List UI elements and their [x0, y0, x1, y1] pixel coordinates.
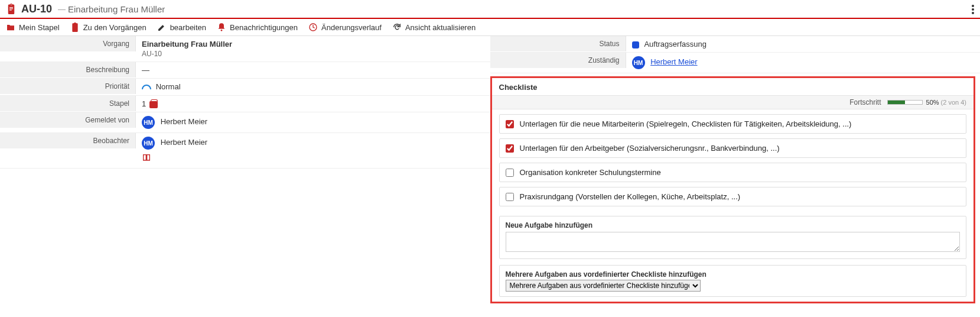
checklist-item[interactable]: Organisation konkreter Schulungstermine: [499, 163, 967, 182]
pencil-icon: [157, 22, 167, 32]
bell-icon: [217, 22, 226, 32]
value-stapel: 1: [136, 96, 490, 112]
toolbar-label: Mein Stapel: [19, 23, 60, 32]
checklist-checkbox[interactable]: [506, 144, 514, 153]
label-vorgang: Vorgang: [0, 36, 136, 51]
value-status: Auftragserfassung: [626, 36, 981, 52]
checklist-checkbox[interactable]: [506, 120, 514, 128]
page-subtitle: Einarbeitung Frau Müller: [68, 4, 165, 14]
label-status: Status: [490, 36, 626, 51]
checklist-panel: Checkliste Fortschritt 50% (2 von 4) Unt…: [490, 76, 976, 303]
value-beschreibung: —: [136, 62, 490, 78]
person-link[interactable]: Herbert Meier: [650, 57, 697, 66]
svg-rect-1: [9, 8, 13, 9]
new-task-section: Neue Aufgabe hinzufügen: [499, 216, 967, 259]
new-task-title: Neue Aufgabe hinzufügen: [506, 219, 961, 232]
value-zustaendig: HM Herbert Meier: [626, 53, 981, 73]
progress-count: (2 von 4): [941, 99, 966, 106]
refresh-icon: [392, 22, 402, 32]
history-icon: [308, 22, 318, 32]
svg-rect-0: [9, 7, 13, 8]
checklist-item-label: Unterlagen für die neue Mitarbeiterin (S…: [520, 119, 852, 128]
label-stapel: Stapel: [0, 96, 136, 111]
multi-add-title: Mehrere Aufgaben aus vordefinierter Chec…: [506, 268, 961, 280]
avatar: HM: [142, 137, 155, 150]
checklist-progress-row: Fortschritt 50% (2 von 4): [492, 95, 974, 109]
toolbar-label: Benachrichtigungen: [230, 23, 298, 32]
svg-rect-2: [9, 10, 12, 11]
toolbar-ansicht-aktualisieren[interactable]: Ansicht aktualisieren: [392, 22, 476, 32]
new-task-input[interactable]: [506, 232, 961, 252]
label-zustaendig: Zuständig: [490, 53, 626, 68]
toolbar-bearbeiten[interactable]: bearbeiten: [157, 22, 206, 32]
person-name: Herbert Meier: [161, 118, 207, 127]
checklist-checkbox[interactable]: [506, 193, 514, 201]
avatar: HM: [632, 56, 645, 69]
multi-add-select[interactable]: Mehrere Aufgaben aus vordefinierter Chec…: [506, 280, 701, 292]
right-column: Status Auftragserfassung Zuständig HM He…: [490, 36, 981, 309]
progress-label: Fortschritt: [849, 98, 881, 106]
toolbar-label: Änderungsverlauf: [321, 23, 382, 32]
checklist-item-label: Organisation konkreter Schulungstermine: [520, 168, 661, 177]
label-beobachter: Beobachter: [0, 133, 136, 148]
toolbar: Mein Stapel Zu den Vorgängen bearbeiten …: [0, 19, 980, 36]
checklist-item-label: Praxisrundgang (Vorstellen der Kollegen,…: [520, 192, 741, 201]
folder-icon: [6, 22, 15, 32]
kebab-menu-icon[interactable]: [972, 4, 974, 15]
multi-add-section: Mehrere Aufgaben aus vordefinierter Chec…: [499, 265, 967, 297]
toolbar-aenderungsverlauf[interactable]: Änderungsverlauf: [308, 22, 382, 32]
status-dot-icon: [632, 41, 639, 48]
priority-icon: [142, 83, 151, 92]
toolbar-label: Ansicht aktualisieren: [405, 23, 476, 32]
left-column: Vorgang Einarbeitung Frau Müller AU-10 B…: [0, 36, 490, 309]
toolbar-benachrichtigungen[interactable]: Benachrichtigungen: [217, 22, 298, 32]
label-prioritaet: Priorität: [0, 79, 136, 94]
toolbar-label: bearbeiten: [170, 23, 206, 32]
toolbar-mein-stapel[interactable]: Mein Stapel: [6, 22, 60, 32]
header-separator: —: [58, 5, 66, 14]
content-area: Vorgang Einarbeitung Frau Müller AU-10 B…: [0, 36, 980, 309]
checklist-items: Unterlagen für die neue Mitarbeiterin (S…: [492, 109, 974, 216]
avatar: HM: [142, 116, 155, 129]
progress-bar: [887, 100, 923, 105]
value-vorgang: Einarbeitung Frau Müller AU-10: [136, 36, 490, 62]
value-gemeldet-von: HM Herbert Meier: [136, 112, 490, 132]
checklist-title: Checkliste: [492, 78, 974, 95]
svg-point-3: [221, 30, 223, 31]
toolbar-zu-vorgaengen[interactable]: Zu den Vorgängen: [70, 22, 146, 32]
label-gemeldet-von: Gemeldet von: [0, 112, 136, 128]
toolbar-label: Zu den Vorgängen: [83, 23, 146, 32]
clipboard-small-icon: [70, 22, 80, 32]
checklist-checkbox[interactable]: [506, 169, 514, 177]
briefcase-icon: [149, 101, 158, 108]
label-beschreibung: Beschreibung: [0, 62, 136, 77]
page-id: AU-10: [21, 3, 52, 15]
checklist-item[interactable]: Praxisrundgang (Vorstellen der Kollegen,…: [499, 187, 967, 206]
value-prioritaet: Normal: [136, 79, 490, 95]
checklist-item-label: Unterlagen für den Arbeitgeber (Sozialve…: [520, 144, 780, 153]
page-header: AU-10 — Einarbeitung Frau Müller: [0, 0, 980, 19]
value-beobachter: HM Herbert Meier: [136, 133, 490, 168]
checklist-item[interactable]: Unterlagen für den Arbeitgeber (Sozialve…: [499, 138, 967, 158]
progress-percent: 50%: [926, 99, 939, 106]
person-name: Herbert Meier: [161, 138, 207, 147]
clipboard-icon: [6, 2, 17, 15]
checklist-item[interactable]: Unterlagen für die neue Mitarbeiterin (S…: [499, 114, 967, 134]
book-icon[interactable]: [142, 153, 151, 164]
